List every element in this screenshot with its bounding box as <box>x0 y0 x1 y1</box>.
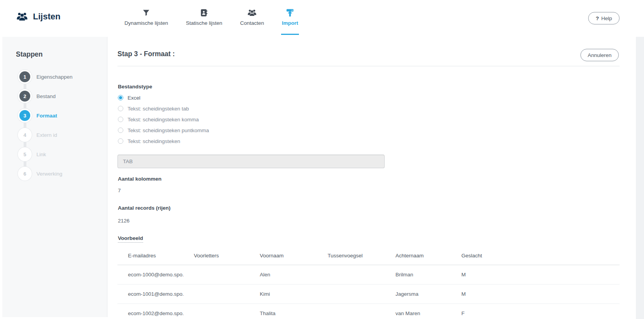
step-number-badge: 4 <box>19 129 30 140</box>
radio-excel[interactable]: Excel <box>118 92 209 103</box>
stepper: 1 Eigenschappen 2 Bestand 3 Formaat 4 Ex… <box>19 67 105 183</box>
radio-unselected-icon <box>118 106 123 111</box>
contacts-icon <box>247 8 257 18</box>
tab-statische-lijsten[interactable]: Statische lijsten <box>177 0 231 37</box>
radio-unselected-icon <box>118 128 123 133</box>
radio-tekst-komma[interactable]: Tekst: scheidingsteken komma <box>118 114 209 125</box>
step-item-formaat[interactable]: 3 Formaat <box>19 106 105 125</box>
tab-label: Dynamische lijsten <box>124 20 168 26</box>
lijsten-group-icon <box>16 11 28 22</box>
cell-voorletters <box>183 284 249 303</box>
header-tabs: Dynamische lijsten Statische lijsten <box>116 0 307 37</box>
main-panel: Stap 3 - Formaat : Annuleren Bestandstyp… <box>107 37 636 317</box>
radio-label: Tekst: scheidingsteken <box>128 138 180 144</box>
heading-divider <box>117 66 620 66</box>
radio-label: Tekst: scheidingsteken komma <box>128 117 199 122</box>
cell-voornaam: Alen <box>249 265 317 284</box>
step-heading: Stap 3 - Formaat : <box>117 50 175 58</box>
cell-geslacht: F <box>451 303 620 319</box>
col-header-voorletters: Voorletters <box>183 247 249 265</box>
table-row: ecom-1001@demo.spo... Kimi Jagersma M <box>117 284 620 303</box>
cell-tussenvoegsel <box>317 303 385 319</box>
question-mark-icon: ? <box>596 16 599 21</box>
cell-achternaam: van Maren <box>385 303 451 319</box>
separator-input[interactable]: TAB <box>117 155 385 168</box>
cell-tussenvoegsel <box>317 284 385 303</box>
upload-icon <box>285 8 295 18</box>
cell-tussenvoegsel <box>317 265 385 284</box>
page-title: Lijsten <box>33 12 60 22</box>
cell-voornaam: Kimi <box>249 284 317 303</box>
file-type-radio-group: Excel Tekst: scheidingsteken tab Tekst: … <box>118 92 209 147</box>
radio-tekst-tab[interactable]: Tekst: scheidingsteken tab <box>118 103 209 114</box>
preview-label: Voorbeeld <box>118 235 143 243</box>
records-label: Aantal records (rijen) <box>118 205 171 211</box>
app-header: Lijsten Dynamische lijsten <box>0 0 644 37</box>
step-label: Extern id <box>36 132 57 138</box>
cell-voorletters <box>183 303 249 319</box>
tab-label: Contacten <box>240 20 264 26</box>
preview-table: E-mailadres Voorletters Voornaam Tussenv… <box>117 247 620 319</box>
step-item-verwerking: 6 Verwerking <box>19 164 105 183</box>
cell-email: ecom-1002@demo.spo... <box>117 303 183 319</box>
tab-label: Import <box>282 20 298 26</box>
radio-unselected-icon <box>118 117 123 122</box>
col-header-achternaam: Achternaam <box>385 247 451 265</box>
step-label: Verwerking <box>36 171 62 177</box>
steps-sidebar: Stappen 1 Eigenschappen 2 Bestand 3 Form… <box>2 37 107 317</box>
radio-tekst-puntkomma[interactable]: Tekst: scheidingsteken puntkomma <box>118 125 209 136</box>
cell-geslacht: M <box>451 265 620 284</box>
radio-label: Excel <box>128 95 140 101</box>
filter-icon <box>142 8 150 18</box>
tab-label: Statische lijsten <box>186 20 223 26</box>
columns-value: 7 <box>118 188 121 193</box>
col-header-voornaam: Voornaam <box>249 247 317 265</box>
step-label: Link <box>36 152 46 157</box>
help-button-label: Help <box>601 16 612 21</box>
col-header-geslacht: Geslacht <box>451 247 620 265</box>
page-gutter <box>636 37 644 319</box>
step-number-badge: 2 <box>19 91 30 102</box>
col-header-tussenvoegsel: Tussenvoegsel <box>317 247 385 265</box>
cell-voorletters <box>183 265 249 284</box>
tab-dynamische-lijsten[interactable]: Dynamische lijsten <box>116 0 177 37</box>
step-number-badge: 1 <box>19 71 30 82</box>
cell-voornaam: Thalita <box>249 303 317 319</box>
table-row: ecom-1000@demo.spo... Alen Brilman M <box>117 265 620 284</box>
cell-achternaam: Jagersma <box>385 284 451 303</box>
radio-tekst-scheidingsteken[interactable]: Tekst: scheidingsteken <box>118 136 209 147</box>
table-header-row: E-mailadres Voorletters Voornaam Tussenv… <box>117 247 620 265</box>
radio-selected-icon <box>118 95 123 100</box>
step-number-badge: 6 <box>19 168 30 179</box>
tab-contacten[interactable]: Contacten <box>231 0 273 37</box>
records-value: 2126 <box>118 218 129 224</box>
file-type-label: Bestandstype <box>118 84 152 90</box>
radio-label: Tekst: scheidingsteken tab <box>128 106 189 112</box>
table-row: ecom-1002@demo.spo... Thalita van Maren … <box>117 303 620 319</box>
tab-import[interactable]: Import <box>273 0 307 37</box>
help-button[interactable]: ? Help <box>588 12 620 24</box>
radio-unselected-icon <box>118 138 123 144</box>
step-item-bestand[interactable]: 2 Bestand <box>19 86 105 106</box>
step-number-badge: 5 <box>19 149 30 160</box>
radio-label: Tekst: scheidingsteken puntkomma <box>128 128 209 133</box>
col-header-emailadres: E-mailadres <box>117 247 183 265</box>
step-item-extern-id: 4 Extern id <box>19 125 105 145</box>
columns-label: Aantal kolommen <box>118 176 162 182</box>
lijsten-import-screen: Lijsten Dynamische lijsten <box>0 0 644 319</box>
sidebar-title: Stappen <box>16 50 43 59</box>
address-book-icon <box>200 8 208 18</box>
step-item-eigenschappen[interactable]: 1 Eigenschappen <box>19 67 105 86</box>
cell-achternaam: Brilman <box>385 265 451 284</box>
cancel-button[interactable]: Annuleren <box>580 49 619 61</box>
cell-geslacht: M <box>451 284 620 303</box>
brand: Lijsten <box>16 11 60 22</box>
step-label: Formaat <box>36 113 57 119</box>
separator-input-value: TAB <box>123 159 133 164</box>
cell-email: ecom-1001@demo.spo... <box>117 284 183 303</box>
step-number-badge: 3 <box>19 110 30 121</box>
step-item-link: 5 Link <box>19 145 105 164</box>
step-label: Bestand <box>36 93 56 99</box>
cell-email: ecom-1000@demo.spo... <box>117 265 183 284</box>
step-label: Eigenschappen <box>36 74 73 80</box>
